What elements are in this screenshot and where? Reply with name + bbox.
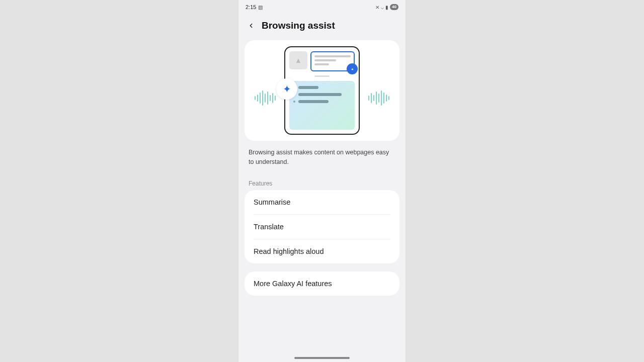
feature-read-aloud[interactable]: Read highlights aloud <box>245 239 399 263</box>
mute-icon: ✕ <box>375 5 379 10</box>
features-list: Summarise Translate Read highlights alou… <box>245 190 399 263</box>
illustration-phone: ▲ ⭑ ✦ <box>284 46 360 135</box>
features-section-label: Features <box>238 169 406 190</box>
signal-icon: ▮ <box>385 5 388 10</box>
page-header: Browsing assist <box>238 14 406 40</box>
page-title: Browsing assist <box>262 20 335 31</box>
battery-pill: 40 <box>390 4 398 10</box>
more-galaxy-ai[interactable]: More Galaxy AI features <box>245 272 399 296</box>
image-placeholder-icon: ▲ <box>289 51 307 69</box>
chevron-left-icon <box>248 22 255 29</box>
description-text: Browsing assist makes content on webpage… <box>238 141 406 169</box>
feature-label: Read highlights aloud <box>254 247 324 255</box>
media-icon: ▧ <box>258 5 263 10</box>
sparkle-icon: ✦ <box>276 78 297 100</box>
translate-badge-icon: ⭑ <box>347 63 358 74</box>
highlight-box: ⭑ <box>310 51 355 71</box>
feature-label: Summarise <box>254 198 290 206</box>
more-label: More Galaxy AI features <box>254 280 332 288</box>
soundwave-right-icon <box>368 90 389 106</box>
feature-translate[interactable]: Translate <box>245 215 399 239</box>
status-bar: 2:15 ▧ ✕ ⌵ ▮ 40 <box>238 0 406 14</box>
feature-label: Translate <box>254 223 284 231</box>
soundwave-left-icon <box>255 90 276 106</box>
illustration-card: ▲ ⭑ ✦ <box>245 40 399 141</box>
more-features-card: More Galaxy AI features <box>245 272 399 296</box>
wifi-icon: ⌵ <box>381 5 384 10</box>
summary-panel <box>289 81 355 130</box>
feature-summarise[interactable]: Summarise <box>245 190 399 214</box>
phone-screen: 2:15 ▧ ✕ ⌵ ▮ 40 Browsing assist ▲ <box>238 0 406 362</box>
home-indicator[interactable] <box>294 357 350 359</box>
status-time: 2:15 <box>246 4 256 10</box>
back-button[interactable] <box>247 21 256 30</box>
